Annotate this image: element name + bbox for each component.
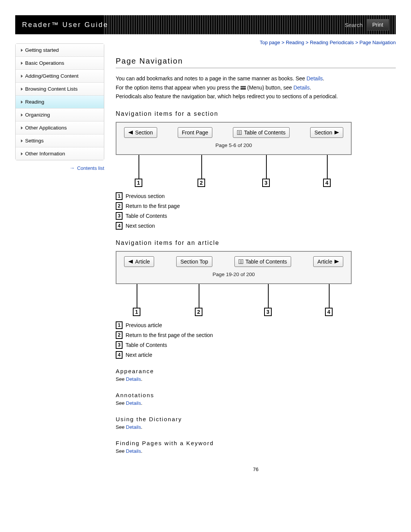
legend-num: 1 [116,192,123,200]
legend-text: Return to the first page of the section [126,332,213,338]
contents-list-label: Contents list [77,165,104,171]
breadcrumb: Top page > Reading > Reading Periodicals… [116,40,396,45]
diagram-section-nav: Section Front Page Table of Contents Sec… [116,122,352,155]
contents-list-link[interactable]: → Contents list [15,165,104,171]
subheading-section-nav: Navigation items for a section [116,110,396,117]
details-link[interactable]: Details [293,85,310,91]
callout-number: 4 [325,308,333,316]
arrow-right-icon: → [69,165,75,171]
subheading-dictionary: Using the Dictionary [116,416,396,422]
subheading-appearance: Appearance [116,368,396,374]
callout-number: 2 [195,308,202,316]
sidebar-item-adding-content[interactable]: Adding/Getting Content [16,70,104,83]
legend-num: 4 [116,351,123,359]
breadcrumb-item[interactable]: Reading Periodicals [310,40,354,45]
page-info-text: Page 19-20 of 200 [124,272,343,277]
sidebar-item-label: Other Applications [25,125,67,131]
chevron-right-icon [21,152,23,155]
sidebar-item-label: Browsing Content Lists [25,86,78,92]
legend-text: Table of Contents [126,213,167,219]
details-link[interactable]: Details [126,376,141,382]
details-link[interactable]: Details [126,424,141,430]
sidebar-item-label: Getting started [25,47,59,53]
toc-icon [237,130,242,135]
callout-number: 1 [135,179,142,187]
subheading-article-nav: Navigation items for an article [116,240,396,246]
see-details: See Details. [116,448,396,455]
breadcrumb-item[interactable]: Page Navigation [360,40,396,45]
sidebar-item-label: Organizing [25,112,50,118]
sidebar: Getting started Basic Operations Adding/… [15,43,104,160]
sidebar-item-settings[interactable]: Settings [16,134,104,147]
intro-para-2: For the option items that appear when yo… [116,84,396,92]
chevron-right-icon [21,75,23,78]
intro-para-3: Periodicals also feature the navigation … [116,93,396,101]
sidebar-item-label: Basic Operations [25,60,64,66]
prev-section-button: Section [124,127,157,138]
toc-button: Table of Contents [234,256,291,267]
sidebar-item-browsing-lists[interactable]: Browsing Content Lists [16,83,104,96]
callout-number: 1 [133,308,140,316]
legend-article: 1Previous article 2Return to the first p… [116,321,396,359]
legend-section: 1Previous section 2Return to the first p… [116,192,396,230]
see-details: See Details. [116,376,396,383]
see-details: See Details. [116,424,396,431]
callout-number: 2 [198,179,205,187]
app-title: Reader™ User Guide [22,21,108,29]
legend-num: 3 [116,341,123,349]
chevron-right-icon [21,49,23,52]
page-number: 76 [116,466,396,472]
page-title: Page Navigation [116,57,396,66]
sidebar-item-reading[interactable]: Reading [16,96,104,109]
legend-text: Previous article [126,322,162,328]
sidebar-item-other-apps[interactable]: Other Applications [16,121,104,134]
chevron-right-icon [21,101,23,104]
legend-text: Next section [126,223,155,229]
legend-num: 1 [116,321,123,329]
callout-lines: 1 2 3 4 [116,155,352,189]
breadcrumb-item[interactable]: Top page [260,40,280,45]
print-button[interactable]: Print [366,19,389,30]
legend-num: 2 [116,331,123,339]
toc-icon [239,259,243,264]
sidebar-item-organizing[interactable]: Organizing [16,109,104,121]
intro-para-1: You can add bookmarks and notes to a pag… [116,75,396,83]
see-details: See Details. [116,400,396,407]
chevron-right-icon [21,139,23,142]
prev-article-button: Article [124,256,154,267]
chevron-right-icon [21,126,23,129]
breadcrumb-item[interactable]: Reading [286,40,304,45]
details-link[interactable]: Details [306,75,323,81]
chevron-right-icon [21,113,23,117]
front-page-button: Front Page [178,127,212,138]
legend-num: 4 [116,222,123,230]
chevron-right-icon [21,88,23,91]
search-label[interactable]: Search [345,22,363,28]
callout-number: 3 [264,308,272,316]
callout-lines: 1 2 3 4 [116,284,352,318]
next-article-button: Article [313,256,343,267]
details-link[interactable]: Details [126,400,141,406]
legend-text: Previous section [126,193,165,199]
legend-num: 3 [116,212,123,220]
legend-text: Return to the first page [126,203,180,209]
diagram-article-nav: Article Section Top Table of Contents Ar… [116,251,352,284]
subheading-annotations: Annotations [116,392,396,398]
sidebar-item-label: Other Information [25,151,65,157]
sidebar-item-basic-operations[interactable]: Basic Operations [16,57,104,70]
menu-icon [241,86,246,90]
title-rule [116,68,396,68]
toc-button: Table of Contents [233,127,290,138]
sidebar-item-getting-started[interactable]: Getting started [16,44,104,57]
legend-num: 2 [116,202,123,210]
subheading-finding-pages: Finding Pages with a Keyword [116,440,396,446]
header-bar: Reader™ User Guide Search Print [15,15,396,34]
sidebar-item-label: Settings [25,138,44,144]
details-link[interactable]: Details [126,448,141,454]
legend-text: Table of Contents [126,342,167,348]
sidebar-item-label: Adding/Getting Content [25,73,78,79]
page-info-text: Page 5-6 of 200 [124,142,343,148]
sidebar-item-other-info[interactable]: Other Information [16,147,104,160]
callout-number: 3 [262,179,270,187]
legend-text: Next article [126,352,152,358]
